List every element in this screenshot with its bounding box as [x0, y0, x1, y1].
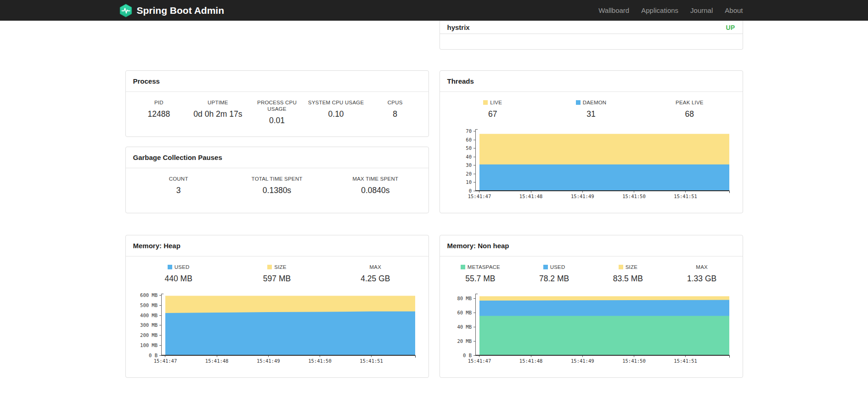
panel-title: Garbage Collection Pauses	[133, 154, 421, 161]
legend-swatch-size	[619, 265, 623, 269]
stat-max-time-spent: MAX TIME SPENT 0.0840s	[326, 176, 424, 195]
svg-text:10: 10	[466, 179, 472, 185]
memory-nonheap-panel-heading: Memory: Non heap	[440, 235, 743, 256]
stat-peak-live: PEAK LIVE 68	[640, 99, 738, 119]
app-name: hystrix	[447, 23, 470, 31]
health-row-hystrix[interactable]: hystrix UP	[440, 21, 743, 34]
memory-nonheap-stats: METASPACE 55.7 MB USED 78.2 MB	[440, 256, 743, 284]
svg-text:15:41:48: 15:41:48	[519, 358, 542, 364]
nav-links: Wallboard Applications Journal About	[592, 0, 749, 21]
stat-count: COUNT 3	[130, 176, 228, 195]
svg-text:15:41:51: 15:41:51	[674, 194, 697, 199]
stat-used: USED 440 MB	[130, 264, 228, 284]
threads-chart: 01020304050607015:41:4715:41:4815:41:491…	[448, 125, 735, 204]
stat-live: LIVE 67	[444, 99, 542, 119]
threads-panel: Threads LIVE 67 DAEMON	[440, 70, 743, 213]
nav-item-wallboard[interactable]: Wallboard	[592, 0, 635, 21]
legend-swatch-live	[483, 100, 488, 105]
memory-heap-chart: 0 B100 MB200 MB300 MB400 MB500 MB600 MB1…	[134, 290, 421, 368]
process-stats: PID 12488 UPTIME 0d 0h 2m 17s PROCESS CP…	[126, 92, 428, 125]
svg-text:0: 0	[468, 188, 471, 194]
legend-swatch-metaspace	[461, 265, 465, 269]
memory-heap-stats: USED 440 MB SIZE 597 MB MAX 4.25 GB	[126, 256, 428, 284]
gc-panel-heading: Garbage Collection Pauses	[126, 147, 428, 168]
main-content: Process PID 12488 UPTIME 0d 0h 2m 17s PR…	[125, 21, 743, 378]
navbar: Spring Boot Admin Wallboard Applications…	[0, 0, 868, 21]
left-column-spacer	[125, 21, 429, 70]
svg-text:20: 20	[466, 171, 472, 177]
svg-text:15:41:51: 15:41:51	[674, 358, 697, 364]
gc-stats: COUNT 3 TOTAL TIME SPENT 0.1380s MAX TIM…	[126, 168, 428, 195]
spring-boot-admin-logo-icon	[119, 4, 133, 17]
svg-text:15:41:47: 15:41:47	[153, 358, 177, 364]
process-panel-heading: Process	[126, 71, 428, 92]
nav-item-about[interactable]: About	[719, 0, 749, 21]
svg-text:0 B: 0 B	[463, 353, 472, 358]
legend-swatch-size	[267, 265, 272, 269]
memory-heap-panel-heading: Memory: Heap	[126, 235, 428, 256]
right-column: hystrix UP Threads LIVE 67	[440, 21, 743, 378]
health-panel: hystrix UP	[440, 21, 743, 50]
threads-stats: LIVE 67 DAEMON 31 PEAK LIVE 68	[440, 92, 743, 119]
stat-pid: PID 12488	[130, 99, 189, 125]
svg-text:15:41:49: 15:41:49	[257, 358, 280, 364]
legend-swatch-used	[543, 265, 548, 269]
svg-text:15:41:50: 15:41:50	[622, 194, 646, 199]
svg-text:0 B: 0 B	[149, 353, 158, 358]
svg-text:20 MB: 20 MB	[457, 338, 472, 344]
svg-text:300 MB: 300 MB	[140, 322, 158, 328]
threads-panel-heading: Threads	[440, 71, 743, 92]
nav-item-applications[interactable]: Applications	[635, 0, 684, 21]
svg-text:60: 60	[466, 137, 472, 142]
stat-system-cpu-usage: SYSTEM CPU USAGE 0.10	[306, 99, 366, 125]
svg-text:80 MB: 80 MB	[457, 296, 472, 301]
svg-text:15:41:49: 15:41:49	[571, 358, 594, 364]
svg-text:600 MB: 600 MB	[140, 292, 158, 298]
stat-cpus: CPUS 8	[366, 99, 425, 125]
svg-text:15:41:49: 15:41:49	[571, 194, 594, 199]
svg-text:30: 30	[466, 162, 472, 168]
stat-total-time-spent: TOTAL TIME SPENT 0.1380s	[228, 176, 326, 195]
svg-text:15:41:48: 15:41:48	[205, 358, 228, 364]
panel-title: Memory: Non heap	[447, 242, 735, 250]
stat-used: USED 78.2 MB	[517, 264, 591, 284]
svg-text:60 MB: 60 MB	[457, 310, 472, 315]
svg-text:15:41:47: 15:41:47	[468, 194, 491, 199]
panel-title: Threads	[447, 77, 735, 85]
nav-item-journal[interactable]: Journal	[684, 0, 719, 21]
panel-title: Memory: Heap	[133, 242, 421, 250]
gc-panel: Garbage Collection Pauses COUNT 3 TOTAL …	[125, 147, 429, 213]
svg-text:15:41:48: 15:41:48	[519, 194, 542, 199]
brand-link[interactable]: Spring Boot Admin	[119, 4, 225, 17]
status-badge: UP	[726, 24, 735, 31]
svg-text:15:41:50: 15:41:50	[622, 358, 646, 364]
stat-size: SIZE 83.5 MB	[591, 264, 665, 284]
brand-title: Spring Boot Admin	[137, 5, 225, 16]
svg-text:15:41:50: 15:41:50	[308, 358, 332, 364]
legend-swatch-daemon	[576, 100, 581, 105]
stat-size: SIZE 597 MB	[228, 264, 326, 284]
panel-title: Process	[133, 77, 421, 85]
stat-metaspace: METASPACE 55.7 MB	[444, 264, 518, 284]
left-column: Process PID 12488 UPTIME 0d 0h 2m 17s PR…	[125, 21, 429, 378]
svg-text:200 MB: 200 MB	[140, 332, 158, 338]
svg-text:40 MB: 40 MB	[457, 324, 472, 330]
stat-max: MAX 4.25 GB	[326, 264, 424, 284]
svg-text:100 MB: 100 MB	[140, 342, 158, 348]
legend-swatch-used	[168, 265, 172, 269]
svg-text:70: 70	[466, 128, 472, 134]
stat-daemon: DAEMON 31	[542, 99, 640, 119]
svg-text:15:41:47: 15:41:47	[468, 358, 491, 364]
svg-text:500 MB: 500 MB	[140, 302, 158, 308]
svg-text:15:41:51: 15:41:51	[360, 358, 383, 364]
memory-nonheap-chart: 0 B20 MB40 MB60 MB80 MB15:41:4715:41:481…	[448, 290, 735, 368]
svg-text:50: 50	[466, 145, 472, 151]
memory-heap-panel: Memory: Heap USED 440 MB SIZE	[125, 235, 429, 378]
memory-nonheap-panel: Memory: Non heap METASPACE 55.7 MB USED	[440, 235, 743, 378]
stat-max: MAX 1.33 GB	[665, 264, 739, 284]
process-panel: Process PID 12488 UPTIME 0d 0h 2m 17s PR…	[125, 70, 429, 137]
svg-text:40: 40	[466, 154, 472, 159]
stat-uptime: UPTIME 0d 0h 2m 17s	[188, 99, 248, 125]
stat-process-cpu-usage: PROCESS CPU USAGE 0.01	[248, 99, 307, 125]
svg-text:400 MB: 400 MB	[140, 313, 158, 318]
